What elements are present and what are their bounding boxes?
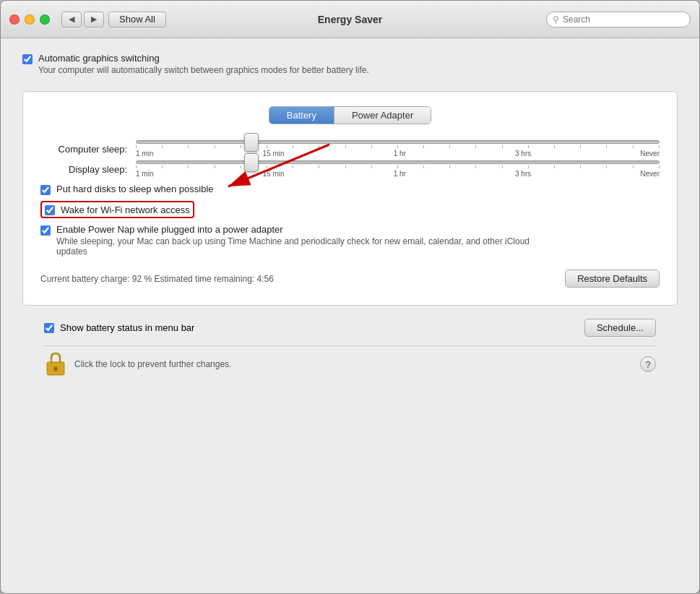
tick-14	[475, 145, 476, 148]
show-battery-left: Show battery status in menu bar	[44, 322, 194, 333]
wifi-label: Wake for Wi-Fi network access	[61, 205, 190, 215]
lock-icon[interactable]	[44, 350, 67, 378]
search-icon: ⚲	[553, 14, 559, 25]
dtick-8	[319, 165, 319, 168]
computer-sleep-slider-wrap: 1 min 15 min 1 hr 3 hrs Never	[136, 140, 660, 158]
dtick-1	[136, 165, 137, 168]
help-button[interactable]: ?	[640, 356, 656, 372]
dtick-label-1min: 1 min	[136, 170, 153, 178]
tick-label-3hrs: 3 hrs	[515, 150, 531, 158]
dtick-9	[345, 165, 346, 168]
display-sleep-ticks	[136, 164, 660, 168]
schedule-button[interactable]: Schedule...	[584, 319, 656, 337]
wifi-highlight-box: Wake for Wi-Fi network access	[40, 201, 194, 218]
display-sleep-thumb[interactable]	[244, 153, 259, 172]
maximize-button[interactable]	[40, 14, 50, 25]
tick-17	[554, 145, 555, 148]
computer-sleep-row: Computer sleep:	[40, 140, 660, 158]
tick-18	[580, 145, 581, 148]
main-window: ◀ ▶ Show All Energy Saver ⚲ Automatic gr…	[0, 0, 700, 594]
dtick-18	[580, 165, 581, 168]
display-sleep-label: Display sleep:	[40, 164, 127, 175]
tick-13	[449, 145, 450, 148]
show-battery-row: Show battery status in menu bar Schedule…	[44, 319, 656, 337]
tick-11	[397, 145, 398, 148]
back-button[interactable]: ◀	[61, 12, 82, 27]
titlebar: ◀ ▶ Show All Energy Saver ⚲	[1, 1, 699, 38]
dtick-13	[449, 165, 450, 168]
tick-12	[423, 145, 424, 148]
dtick-5	[241, 165, 241, 168]
power-nap-sub: While sleeping, your Mac can back up usi…	[56, 236, 548, 257]
tab-group: Battery Power Adapter	[269, 106, 431, 124]
dtick-11	[397, 165, 398, 168]
show-battery-label: Show battery status in menu bar	[60, 322, 194, 333]
tick-8	[319, 145, 319, 148]
dtick-19	[606, 165, 607, 168]
svg-rect-4	[55, 369, 57, 371]
display-sleep-row: Display sleep:	[40, 160, 660, 178]
show-all-button[interactable]: Show All	[108, 12, 166, 27]
computer-sleep-thumb[interactable]	[244, 133, 259, 152]
tick-4	[215, 145, 215, 148]
hard-disks-checkbox[interactable]	[40, 185, 51, 195]
auto-graphics-section: Automatic graphics switching Your comput…	[22, 53, 678, 75]
search-input[interactable]	[563, 14, 684, 25]
show-battery-checkbox[interactable]	[44, 323, 54, 333]
nav-buttons: ◀ ▶	[61, 12, 104, 27]
tick-5	[241, 145, 241, 148]
lock-left: Click the lock to prevent further change…	[44, 350, 231, 378]
dtick-label-3hrs: 3 hrs	[515, 170, 531, 178]
dtick-label-1hr: 1 hr	[394, 170, 406, 178]
dtick-4	[215, 165, 215, 168]
tick-7	[293, 145, 293, 148]
tick-15	[502, 145, 503, 148]
tick-6	[267, 145, 267, 148]
bottom-area: Show battery status in menu bar Schedule…	[22, 319, 678, 385]
dtick-2	[162, 165, 163, 168]
tabs-row: Battery Power Adapter	[40, 106, 660, 124]
tab-power-adapter[interactable]: Power Adapter	[334, 107, 431, 124]
traffic-lights	[9, 14, 50, 25]
dtick-3	[188, 165, 189, 168]
computer-sleep-tick-labels: 1 min 15 min 1 hr 3 hrs Never	[136, 150, 660, 158]
tick-9	[345, 145, 346, 148]
tab-battery[interactable]: Battery	[269, 107, 334, 124]
search-box[interactable]: ⚲	[546, 12, 691, 27]
power-nap-label: Enable Power Nap while plugged into a po…	[56, 224, 548, 235]
settings-panel: Battery Power Adapter Computer sleep:	[22, 91, 678, 306]
dtick-label-15min: 15 min	[263, 170, 285, 178]
power-nap-text: Enable Power Nap while plugged into a po…	[56, 224, 548, 257]
tick-label-1hr: 1 hr	[394, 150, 406, 158]
restore-defaults-button[interactable]: Restore Defaults	[565, 270, 660, 288]
power-nap-checkbox[interactable]	[40, 225, 51, 236]
dtick-20	[633, 165, 634, 168]
window-title: Energy Saver	[318, 14, 383, 25]
dtick-15	[502, 165, 503, 168]
tick-label-15min: 15 min	[263, 150, 285, 158]
computer-sleep-label: Computer sleep:	[40, 144, 127, 155]
auto-graphics-checkbox[interactable]	[22, 54, 33, 64]
computer-sleep-ticks	[136, 144, 660, 148]
dtick-14	[475, 165, 476, 168]
tick-21	[659, 145, 660, 148]
display-sleep-tick-labels: 1 min 15 min 1 hr 3 hrs Never	[136, 170, 660, 178]
battery-info-row: Current battery charge: 92 % Estimated t…	[40, 270, 660, 288]
power-nap-row: Enable Power Nap while plugged into a po…	[40, 224, 660, 257]
auto-graphics-title: Automatic graphics switching	[38, 53, 369, 64]
tick-10	[371, 145, 372, 148]
close-button[interactable]	[9, 14, 20, 25]
tick-label-1min: 1 min	[136, 150, 153, 158]
tick-20	[633, 145, 634, 148]
tick-label-never: Never	[640, 150, 660, 158]
forward-button[interactable]: ▶	[84, 12, 104, 27]
battery-info-text: Current battery charge: 92 % Estimated t…	[40, 274, 274, 284]
tick-16	[528, 145, 529, 148]
tick-3	[188, 145, 189, 148]
dtick-6	[267, 165, 267, 168]
hard-disks-row: Put hard disks to sleep when possible	[40, 184, 660, 195]
wifi-row: Wake for Wi-Fi network access	[40, 201, 660, 218]
minimize-button[interactable]	[25, 14, 35, 25]
dtick-12	[423, 165, 424, 168]
wifi-checkbox[interactable]	[45, 205, 55, 215]
